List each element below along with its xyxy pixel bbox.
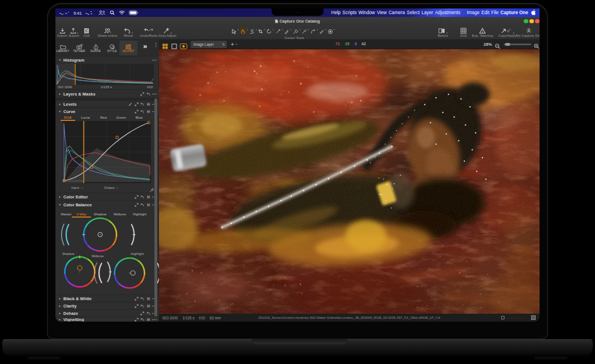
svg-text:9:41: 9:41	[74, 11, 82, 16]
